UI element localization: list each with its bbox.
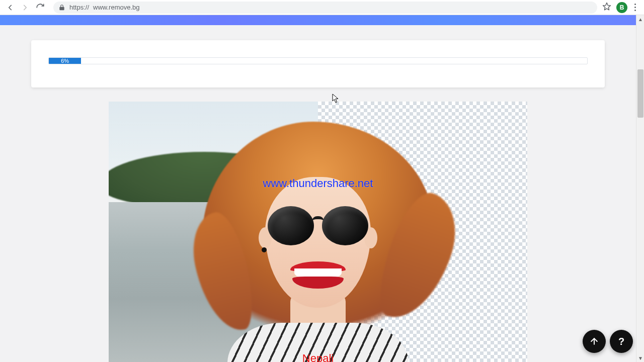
browser-toolbar: https://www.remove.bg B bbox=[0, 0, 644, 15]
url-host: www.remove.bg bbox=[93, 4, 139, 11]
upload-progress-label: 6% bbox=[61, 58, 69, 64]
scroll-to-top-button[interactable] bbox=[583, 330, 606, 353]
transparent-half bbox=[318, 102, 527, 362]
chrome-menu-button[interactable] bbox=[632, 2, 638, 13]
upload-progress-fill: 6% bbox=[49, 58, 81, 64]
forward-button[interactable] bbox=[18, 1, 32, 15]
vertical-scrollbar[interactable]: ▲ ▼ bbox=[636, 15, 644, 362]
url-scheme: https:// bbox=[69, 4, 89, 11]
scroll-down-arrow-icon[interactable]: ▼ bbox=[636, 354, 644, 362]
scroll-up-arrow-icon[interactable]: ▲ bbox=[636, 15, 644, 23]
page-viewport: 6% www.thundershare.net N bbox=[0, 15, 644, 362]
upload-progress-bar: 6% bbox=[48, 57, 588, 64]
lock-icon bbox=[58, 4, 65, 11]
bookmark-star-icon[interactable] bbox=[602, 2, 611, 13]
help-button[interactable]: ? bbox=[610, 330, 633, 353]
caption-text: Nepali bbox=[302, 352, 334, 362]
watermark-text: www.thundershare.net bbox=[263, 177, 373, 190]
original-half bbox=[109, 102, 318, 362]
address-bar[interactable]: https://www.remove.bg bbox=[53, 2, 597, 14]
help-label: ? bbox=[618, 336, 624, 347]
hero-banner-strip bbox=[0, 15, 636, 25]
before-after-image: www.thundershare.net Nepali bbox=[109, 102, 527, 362]
scrollbar-thumb[interactable] bbox=[637, 69, 643, 118]
reload-button[interactable] bbox=[33, 1, 47, 15]
upload-card: 6% bbox=[31, 40, 605, 87]
svg-marker-0 bbox=[603, 3, 611, 10]
profile-initial: B bbox=[620, 4, 624, 11]
back-button[interactable] bbox=[3, 1, 17, 15]
profile-avatar[interactable]: B bbox=[616, 2, 627, 13]
